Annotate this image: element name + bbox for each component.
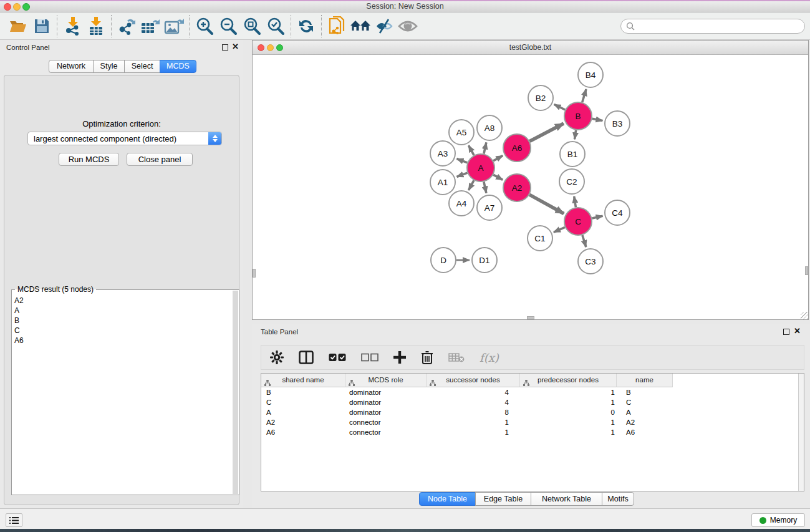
table-cell[interactable]: 4 [427,397,520,407]
table-cell[interactable]: dominator [345,407,427,417]
graph-edge[interactable] [574,196,576,208]
zoom-in-icon[interactable] [193,16,216,37]
table-cell[interactable]: 4 [427,387,520,397]
export-table-icon[interactable] [138,16,162,37]
graph-edge[interactable] [469,145,475,155]
graph-edge[interactable] [554,104,566,110]
refresh-icon[interactable] [294,16,318,37]
table-cell[interactable]: C [261,397,345,407]
right-scrollbar-thumb[interactable] [805,266,808,275]
table-cell[interactable]: connector [345,427,427,437]
table-row[interactable]: A6connector11A6 [261,427,798,437]
criterion-dropdown[interactable]: largest connected component (directed) [27,132,222,145]
result-list-item[interactable]: A [14,306,230,316]
table-cell[interactable]: A6 [261,427,345,437]
tab-network[interactable]: Network [49,60,94,73]
deselect-all-icon[interactable] [361,353,378,362]
graph-edge[interactable] [575,130,576,140]
network-window-titlebar[interactable]: testGlobe.txt [253,41,808,55]
close-panel-icon[interactable]: ✕ [232,42,239,51]
function-builder-icon[interactable]: f(x) [480,351,499,364]
result-scrollbar[interactable] [233,291,238,494]
graph-edge[interactable] [582,235,586,247]
zoom-selected-icon[interactable] [264,16,287,37]
graph-edge[interactable] [529,123,564,141]
show-panels-list-button[interactable] [6,513,22,527]
table-cell[interactable]: A2 [617,417,673,427]
delete-table-icon[interactable] [448,352,465,362]
network-canvas[interactable]: B4B2BB3A5A8A6B1A3AA1C2A2A4A7C4CC1C3DD1 [253,55,808,319]
table-row[interactable]: Adominator80A [261,407,798,417]
table-cell[interactable]: dominator [345,397,427,407]
network-graph[interactable]: B4B2BB3A5A8A6B1A3AA1C2A2A4A7C4CC1C3DD1 [253,55,808,319]
float-table-panel-icon[interactable] [783,329,789,335]
table-settings-gear-icon[interactable] [270,351,284,364]
tab-mcds[interactable]: MCDS [160,60,196,73]
table-cell[interactable]: A6 [617,427,673,437]
result-list-item[interactable]: C [14,326,230,336]
save-session-icon[interactable] [30,16,54,37]
import-network-icon[interactable] [60,16,84,37]
tab-edge-table[interactable]: Edge Table [475,492,531,506]
result-list-item[interactable]: A2 [14,296,230,306]
graph-edge[interactable] [592,216,603,218]
close-table-panel-icon[interactable]: ✕ [794,327,801,336]
table-cell[interactable]: C [617,397,673,407]
table-cell[interactable]: A2 [261,417,345,427]
tab-style[interactable]: Style [93,60,125,73]
graph-edge[interactable] [457,173,468,177]
table-cell[interactable]: 0 [520,407,617,417]
left-scrollbar-thumb[interactable] [253,269,256,278]
delete-column-trash-icon[interactable] [421,351,433,364]
select-all-icon[interactable] [329,353,346,362]
graph-edge[interactable] [582,89,586,102]
graph-edge[interactable] [592,118,603,120]
table-cell[interactable]: dominator [345,387,427,397]
table-row[interactable]: A2connector11A2 [261,417,798,427]
graph-edge[interactable] [554,227,565,232]
search-input[interactable] [635,20,804,32]
table-cell[interactable]: 1 [520,427,617,437]
close-panel-button[interactable]: Close panel [127,153,193,166]
graph-edge[interactable] [493,175,503,180]
float-panel-icon[interactable] [222,44,228,51]
zoom-out-icon[interactable] [216,16,240,37]
table-cell[interactable]: 1 [427,417,520,427]
zoom-fit-icon[interactable] [240,16,264,37]
table-row[interactable]: Bdominator41B [261,387,798,397]
show-column-panel-icon[interactable] [299,351,314,364]
tab-network-table[interactable]: Network Table [531,492,602,506]
table-scrollbar[interactable] [798,374,804,491]
open-file-icon[interactable] [6,16,30,37]
table-cell[interactable]: A [261,407,345,417]
table-cell[interactable]: 1 [520,417,617,427]
table-cell[interactable]: 8 [427,407,520,417]
memory-button[interactable]: Memory [751,513,805,527]
column-header-predecessor-nodes[interactable]: predecessor nodes [520,374,617,387]
column-header-shared-name[interactable]: shared name [261,374,345,387]
result-list-item[interactable]: B [14,316,230,326]
run-mcds-button[interactable]: Run MCDS [59,153,119,166]
graph-edge[interactable] [457,159,468,163]
graph-edge[interactable] [469,180,475,190]
import-table-icon[interactable] [84,16,108,37]
new-session-from-network-icon[interactable] [325,16,349,37]
table-cell[interactable]: B [617,387,673,397]
table-cell[interactable]: 1 [520,397,617,407]
graph-edge[interactable] [484,142,486,153]
hide-labels-icon[interactable] [372,16,396,37]
home-icon[interactable] [349,16,372,37]
search-field[interactable] [620,19,805,34]
create-column-plus-icon[interactable] [393,351,406,364]
table-cell[interactable]: A [617,407,673,417]
table-cell[interactable]: B [261,387,345,397]
table-cell[interactable]: 1 [520,387,617,397]
export-image-icon[interactable] [162,16,186,37]
bottom-scrollbar-thumb[interactable] [527,316,534,319]
table-cell[interactable]: connector [345,417,427,427]
column-header-mcds-role[interactable]: MCDS role [345,374,427,387]
graph-edge[interactable] [493,156,503,161]
table-row[interactable]: Cdominator41C [261,397,798,407]
show-graphics-eye-icon[interactable] [396,16,420,37]
tab-motifs[interactable]: Motifs [602,492,634,506]
